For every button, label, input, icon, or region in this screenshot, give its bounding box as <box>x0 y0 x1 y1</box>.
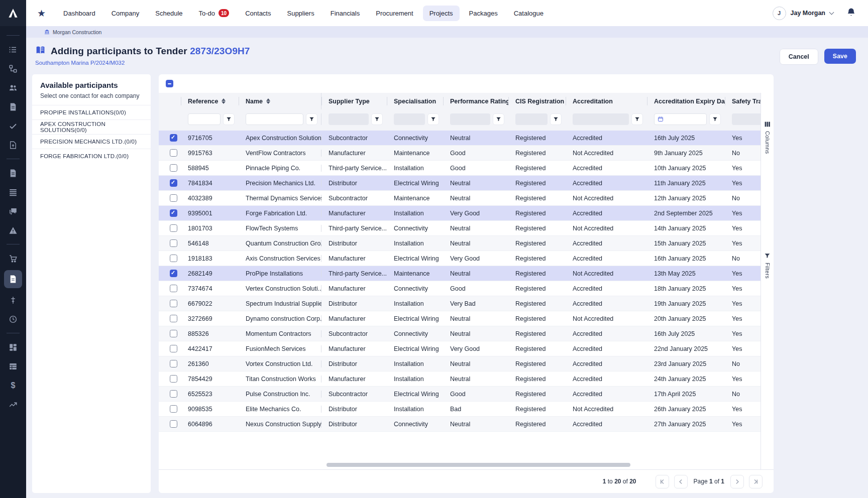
file-upload-icon[interactable] <box>5 138 22 152</box>
row-checkbox[interactable] <box>170 330 177 337</box>
table-row[interactable]: 2682149 ProPipe Installations Third-part… <box>159 266 761 281</box>
row-checkbox[interactable] <box>170 300 177 307</box>
filter-funnel-icon[interactable] <box>550 113 562 125</box>
list-icon[interactable] <box>5 42 22 57</box>
name-filter-input[interactable] <box>246 113 303 125</box>
row-checkbox[interactable] <box>170 255 177 262</box>
table-row[interactable]: 1918183 Axis Construction Services Manuf… <box>159 251 761 266</box>
row-checkbox[interactable] <box>170 360 177 367</box>
cis-registration-filter-input[interactable] <box>515 113 548 125</box>
nav-item[interactable]: Catalogue <box>507 6 550 21</box>
row-checkbox[interactable] <box>170 164 177 172</box>
nav-item[interactable]: Contacts <box>239 6 277 21</box>
select-all-checkbox[interactable] <box>166 80 173 87</box>
company-list-item[interactable]: PRECISION MECHANICS LTD.(0/0) <box>32 134 151 149</box>
check-icon[interactable] <box>5 118 22 133</box>
table-row[interactable]: 9716705 Apex Construction Solutions Subc… <box>159 131 761 146</box>
table-row[interactable]: 4032389 Thermal Dynamics Services Subcon… <box>159 191 761 206</box>
accreditation-filter-input[interactable] <box>573 113 629 125</box>
table-row[interactable]: 4422417 FusionMech Services Manufacturer… <box>159 341 761 356</box>
filter-funnel-icon[interactable] <box>306 113 317 125</box>
table-row[interactable]: 1801703 FlowTech Systems Third-party Ser… <box>159 221 761 236</box>
filter-funnel-icon[interactable] <box>223 113 235 125</box>
row-checkbox[interactable] <box>170 405 177 413</box>
nav-item[interactable]: To-do 10 <box>192 5 236 21</box>
row-checkbox[interactable] <box>170 194 177 202</box>
table-row[interactable]: 588945 Pinnacle Piping Co. Third-party S… <box>159 161 761 176</box>
filter-funnel-icon[interactable] <box>709 113 721 125</box>
nav-item[interactable]: Packages <box>463 6 504 21</box>
clock-icon[interactable] <box>5 312 22 326</box>
supplier-type-filter-input[interactable] <box>329 113 369 125</box>
users-icon[interactable] <box>5 80 22 95</box>
company-list-item[interactable]: APEX CONSTRUCTION SOLUTIONS(0/0) <box>32 119 151 134</box>
table-row[interactable]: 9915763 VentFlow Contractors Manufacture… <box>159 146 761 161</box>
row-checkbox[interactable] <box>170 420 177 428</box>
row-checkbox[interactable] <box>170 390 177 398</box>
filter-funnel-icon[interactable] <box>493 113 504 125</box>
favorites-star-icon[interactable]: ★ <box>37 8 46 19</box>
column-header-accreditation-expiry-date[interactable]: Accreditation Expiry Date <box>647 93 725 109</box>
tab-filters[interactable]: Filters <box>764 253 771 279</box>
specialisation-filter-input[interactable] <box>394 113 425 125</box>
nav-item[interactable]: Suppliers <box>280 6 320 21</box>
table-row[interactable]: 7841834 Precision Mechanics Ltd. Distrib… <box>159 176 761 191</box>
row-checkbox[interactable] <box>170 345 177 352</box>
row-checkbox[interactable] <box>170 179 177 187</box>
nav-item[interactable]: Projects <box>423 6 460 21</box>
document-active-icon[interactable] <box>4 270 22 288</box>
row-checkbox[interactable] <box>170 315 177 322</box>
row-checkbox[interactable] <box>170 375 177 383</box>
row-checkbox[interactable] <box>170 149 177 157</box>
row-checkbox[interactable] <box>170 134 177 142</box>
sort-icon[interactable] <box>222 98 226 104</box>
column-header-cis-registration[interactable]: CIS Registration <box>508 93 566 109</box>
nav-item[interactable]: Company <box>105 6 146 21</box>
column-header-name[interactable]: Name <box>239 93 321 109</box>
column-header-reference[interactable]: Reference <box>181 93 239 109</box>
expiry-date-filter-input[interactable] <box>654 113 707 125</box>
row-checkbox[interactable] <box>170 270 177 277</box>
table-icon[interactable] <box>5 359 22 374</box>
nav-item[interactable]: Procurement <box>369 6 419 21</box>
safety-training-filter-input[interactable] <box>732 113 761 125</box>
reference-filter-input[interactable] <box>188 113 221 125</box>
document-icon[interactable] <box>5 166 22 180</box>
nav-item[interactable]: Financials <box>324 6 367 21</box>
table-row[interactable]: 261360 Vortex Construction Ltd. Distribu… <box>159 356 761 371</box>
cancel-button[interactable]: Cancel <box>780 49 818 65</box>
horizontal-scrollbar-thumb[interactable] <box>327 463 630 467</box>
app-logo[interactable] <box>0 0 26 26</box>
column-header-accreditation[interactable]: Accreditation <box>566 93 647 109</box>
first-page-button[interactable] <box>656 475 669 488</box>
column-header-supplier-type[interactable]: Supplier Type <box>321 93 387 109</box>
next-page-button[interactable] <box>730 475 744 488</box>
table-row[interactable]: 7374674 Vertex Construction Soluti... Ma… <box>159 281 761 296</box>
table-row[interactable]: 7854429 Titan Construction Works Manufac… <box>159 371 761 387</box>
breadcrumb[interactable]: Morgan Construction <box>26 26 868 38</box>
nav-item[interactable]: Dashboard <box>57 6 102 21</box>
table-row[interactable]: 9395001 Forge Fabrication Ltd. Manufactu… <box>159 206 761 221</box>
grid-icon[interactable] <box>5 340 22 354</box>
user-menu[interactable]: J Jay Morgan <box>773 7 833 20</box>
table-row[interactable]: 546148 Quantum Construction Gro... Distr… <box>159 236 761 251</box>
tab-columns[interactable]: Columns <box>764 121 771 154</box>
notifications-bell-icon[interactable] <box>846 8 856 19</box>
column-header-performance-rating[interactable]: Performance Rating <box>443 93 508 109</box>
cart-icon[interactable] <box>5 251 22 266</box>
row-checkbox[interactable] <box>170 209 177 217</box>
column-header-specialisation[interactable]: Specialisation <box>387 93 443 109</box>
table-row[interactable]: 6679022 Spectrum Industrial Supplies Dis… <box>159 296 761 311</box>
table-row[interactable]: 885326 Momentum Contractors Subcontracto… <box>159 326 761 341</box>
rows-icon[interactable] <box>5 185 22 199</box>
save-button[interactable]: Save <box>824 49 856 64</box>
table-row[interactable]: 9098535 Elite Mechanics Co. Distributor … <box>159 402 761 417</box>
warning-icon[interactable] <box>5 223 22 237</box>
row-checkbox[interactable] <box>170 224 177 232</box>
trend-icon[interactable] <box>5 397 22 412</box>
row-checkbox[interactable] <box>170 285 177 292</box>
sort-icon[interactable] <box>266 98 270 104</box>
sliders-icon[interactable] <box>5 293 22 307</box>
performance-rating-filter-input[interactable] <box>450 113 490 125</box>
dollar-icon[interactable]: $ <box>5 378 22 393</box>
